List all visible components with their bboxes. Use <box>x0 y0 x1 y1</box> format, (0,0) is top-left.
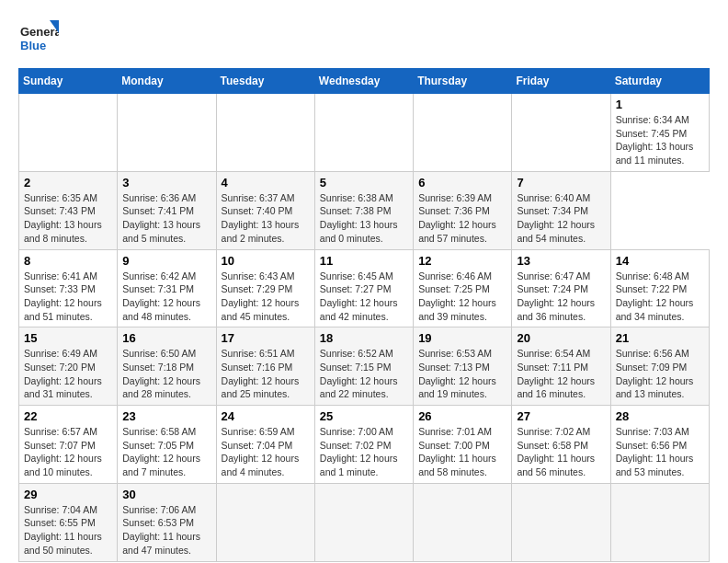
col-header-monday: Monday <box>118 69 216 94</box>
week-row-1: 1Sunrise: 6:34 AMSunset: 7:45 PMDaylight… <box>19 94 710 172</box>
calendar-cell <box>118 94 216 172</box>
day-number: 22 <box>24 409 112 423</box>
calendar-cell: 24Sunrise: 6:59 AMSunset: 7:04 PMDayligh… <box>216 406 314 484</box>
day-number: 2 <box>24 176 112 190</box>
day-info: Sunrise: 7:01 AMSunset: 7:00 PMDaylight:… <box>418 425 506 479</box>
day-info: Sunrise: 6:56 AMSunset: 7:09 PMDaylight:… <box>616 347 704 401</box>
day-info: Sunrise: 7:00 AMSunset: 7:02 PMDaylight:… <box>320 425 408 479</box>
day-info: Sunrise: 6:57 AMSunset: 7:07 PMDaylight:… <box>24 425 112 479</box>
svg-text:General: General <box>20 25 59 39</box>
day-info: Sunrise: 6:48 AMSunset: 7:22 PMDaylight:… <box>616 270 704 324</box>
calendar-cell <box>610 483 709 561</box>
day-number: 7 <box>517 176 605 190</box>
week-row-6: 29Sunrise: 7:04 AMSunset: 6:55 PMDayligh… <box>19 483 710 561</box>
calendar-cell: 18Sunrise: 6:52 AMSunset: 7:15 PMDayligh… <box>314 327 413 406</box>
day-number: 9 <box>122 254 210 268</box>
col-header-sunday: Sunday <box>19 69 118 94</box>
header-row: SundayMondayTuesdayWednesdayThursdayFrid… <box>19 69 710 94</box>
calendar-cell: 12Sunrise: 6:46 AMSunset: 7:25 PMDayligh… <box>414 249 512 327</box>
logo-icon: General Blue <box>18 18 59 59</box>
calendar-cell <box>216 483 314 561</box>
calendar-cell: 5Sunrise: 6:38 AMSunset: 7:38 PMDaylight… <box>314 171 413 249</box>
day-number: 8 <box>24 254 112 268</box>
calendar-cell <box>414 94 512 172</box>
col-header-thursday: Thursday <box>414 69 512 94</box>
day-info: Sunrise: 6:50 AMSunset: 7:18 PMDaylight:… <box>122 347 210 401</box>
calendar-cell: 4Sunrise: 6:37 AMSunset: 7:40 PMDaylight… <box>216 171 314 249</box>
col-header-tuesday: Tuesday <box>216 69 314 94</box>
day-number: 19 <box>418 331 506 345</box>
col-header-wednesday: Wednesday <box>314 69 413 94</box>
svg-text:Blue: Blue <box>20 39 46 52</box>
week-row-2: 2Sunrise: 6:35 AMSunset: 7:43 PMDaylight… <box>19 171 710 249</box>
day-number: 1 <box>616 98 704 111</box>
day-number: 13 <box>517 254 605 268</box>
day-number: 6 <box>418 176 506 190</box>
day-info: Sunrise: 6:54 AMSunset: 7:11 PMDaylight:… <box>517 347 605 401</box>
day-info: Sunrise: 6:58 AMSunset: 7:05 PMDaylight:… <box>122 425 210 479</box>
day-number: 20 <box>517 331 605 345</box>
day-info: Sunrise: 6:45 AMSunset: 7:27 PMDaylight:… <box>320 270 408 324</box>
calendar-cell: 29Sunrise: 7:04 AMSunset: 6:55 PMDayligh… <box>19 483 118 561</box>
calendar-cell: 21Sunrise: 6:56 AMSunset: 7:09 PMDayligh… <box>610 327 709 406</box>
calendar-cell: 8Sunrise: 6:41 AMSunset: 7:33 PMDaylight… <box>19 249 118 327</box>
calendar-cell: 9Sunrise: 6:42 AMSunset: 7:31 PMDaylight… <box>118 249 216 327</box>
day-info: Sunrise: 6:34 AMSunset: 7:45 PMDaylight:… <box>616 113 704 167</box>
week-row-4: 15Sunrise: 6:49 AMSunset: 7:20 PMDayligh… <box>19 327 710 406</box>
calendar-cell <box>19 94 118 172</box>
col-header-saturday: Saturday <box>610 69 709 94</box>
calendar-cell: 15Sunrise: 6:49 AMSunset: 7:20 PMDayligh… <box>19 327 118 406</box>
calendar-cell <box>216 94 314 172</box>
day-info: Sunrise: 6:41 AMSunset: 7:33 PMDaylight:… <box>24 270 112 324</box>
calendar-cell: 1Sunrise: 6:34 AMSunset: 7:45 PMDaylight… <box>610 94 709 172</box>
day-number: 24 <box>222 409 310 423</box>
day-info: Sunrise: 6:46 AMSunset: 7:25 PMDaylight:… <box>418 270 506 324</box>
calendar-cell: 16Sunrise: 6:50 AMSunset: 7:18 PMDayligh… <box>118 327 216 406</box>
calendar-cell: 17Sunrise: 6:51 AMSunset: 7:16 PMDayligh… <box>216 327 314 406</box>
calendar-cell: 6Sunrise: 6:39 AMSunset: 7:36 PMDaylight… <box>414 171 512 249</box>
day-info: Sunrise: 7:06 AMSunset: 6:53 PMDaylight:… <box>122 503 210 557</box>
day-info: Sunrise: 6:43 AMSunset: 7:29 PMDaylight:… <box>222 270 310 324</box>
calendar-cell: 3Sunrise: 6:36 AMSunset: 7:41 PMDaylight… <box>118 171 216 249</box>
day-info: Sunrise: 6:59 AMSunset: 7:04 PMDaylight:… <box>222 425 310 479</box>
day-info: Sunrise: 6:53 AMSunset: 7:13 PMDaylight:… <box>418 347 506 401</box>
calendar-cell: 13Sunrise: 6:47 AMSunset: 7:24 PMDayligh… <box>512 249 610 327</box>
day-number: 12 <box>418 254 506 268</box>
day-info: Sunrise: 6:37 AMSunset: 7:40 PMDaylight:… <box>222 191 310 246</box>
day-number: 10 <box>222 254 310 268</box>
calendar-cell: 23Sunrise: 6:58 AMSunset: 7:05 PMDayligh… <box>118 406 216 484</box>
day-number: 30 <box>122 488 210 501</box>
col-header-friday: Friday <box>512 69 610 94</box>
day-number: 18 <box>320 331 408 345</box>
calendar-cell: 11Sunrise: 6:45 AMSunset: 7:27 PMDayligh… <box>314 249 413 327</box>
day-number: 4 <box>222 176 310 190</box>
day-info: Sunrise: 6:35 AMSunset: 7:43 PMDaylight:… <box>24 191 112 246</box>
calendar-cell: 20Sunrise: 6:54 AMSunset: 7:11 PMDayligh… <box>512 327 610 406</box>
logo: General Blue <box>18 18 59 59</box>
calendar-cell: 7Sunrise: 6:40 AMSunset: 7:34 PMDaylight… <box>512 171 610 249</box>
day-number: 28 <box>616 409 704 423</box>
week-row-5: 22Sunrise: 6:57 AMSunset: 7:07 PMDayligh… <box>19 406 710 484</box>
day-number: 5 <box>320 176 408 190</box>
calendar-cell <box>512 94 610 172</box>
day-info: Sunrise: 6:39 AMSunset: 7:36 PMDaylight:… <box>418 191 506 246</box>
day-info: Sunrise: 6:38 AMSunset: 7:38 PMDaylight:… <box>320 191 408 246</box>
calendar-cell: 2Sunrise: 6:35 AMSunset: 7:43 PMDaylight… <box>19 171 118 249</box>
day-number: 23 <box>122 409 210 423</box>
day-number: 17 <box>222 331 310 345</box>
day-number: 3 <box>122 176 210 190</box>
calendar-cell: 28Sunrise: 7:03 AMSunset: 6:56 PMDayligh… <box>610 406 709 484</box>
calendar-cell: 10Sunrise: 6:43 AMSunset: 7:29 PMDayligh… <box>216 249 314 327</box>
week-row-3: 8Sunrise: 6:41 AMSunset: 7:33 PMDaylight… <box>19 249 710 327</box>
day-number: 25 <box>320 409 408 423</box>
day-info: Sunrise: 7:04 AMSunset: 6:55 PMDaylight:… <box>24 503 112 557</box>
calendar-table: SundayMondayTuesdayWednesdayThursdayFrid… <box>18 68 710 562</box>
day-number: 26 <box>418 409 506 423</box>
calendar-cell <box>314 483 413 561</box>
calendar-cell: 22Sunrise: 6:57 AMSunset: 7:07 PMDayligh… <box>19 406 118 484</box>
calendar-cell: 25Sunrise: 7:00 AMSunset: 7:02 PMDayligh… <box>314 406 413 484</box>
calendar-cell <box>314 94 413 172</box>
day-info: Sunrise: 6:49 AMSunset: 7:20 PMDaylight:… <box>24 347 112 401</box>
day-info: Sunrise: 6:52 AMSunset: 7:15 PMDaylight:… <box>320 347 408 401</box>
calendar-cell: 19Sunrise: 6:53 AMSunset: 7:13 PMDayligh… <box>414 327 512 406</box>
